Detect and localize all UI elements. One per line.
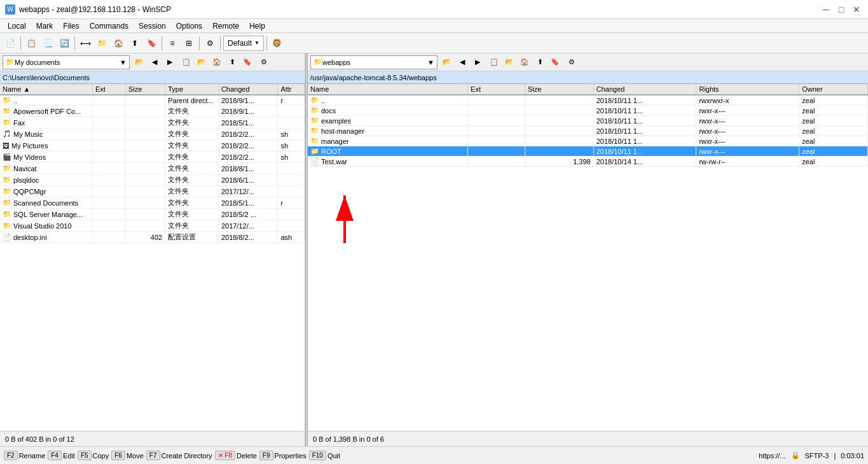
fn-f9-key: F9 — [259, 451, 273, 460]
left-tb2[interactable]: 📂 — [195, 55, 209, 69]
left-table-row[interactable]: 📁Visual Studio 2010 文件夹 2017/12/... — [0, 220, 305, 232]
fn-quit[interactable]: F10 Quit — [309, 451, 340, 460]
right-table-row[interactable]: 📁manager 2018/10/11 1... rwxr-x--- zeal — [308, 136, 868, 146]
menu-remote[interactable]: Remote — [207, 20, 244, 32]
toolbar-queue-btn[interactable]: ≡ — [165, 36, 180, 51]
maximize-button[interactable]: □ — [835, 3, 848, 16]
right-tb3[interactable]: 🏠 — [518, 55, 532, 69]
right-table-row[interactable]: 📁examples 2018/10/11 1... rwxr-x--- zeal — [308, 116, 868, 126]
left-table-row[interactable]: 📁SQL Server Manage... 文件夹 2018/5/2 ... — [0, 209, 305, 220]
left-table-row[interactable]: 📁Scanned Documents 文件夹 2018/5/1... r — [0, 197, 305, 209]
left-cell-name: 📁plsqldoc — [0, 174, 92, 186]
toolbar-refresh-btn[interactable]: 🔄 — [57, 36, 72, 51]
fn-edit[interactable]: F4 Edit — [48, 451, 75, 460]
right-table-row[interactable]: 📁host-manager 2018/10/11 1... rwxr-x--- … — [308, 126, 868, 136]
right-open-folder-btn[interactable]: 📂 — [440, 55, 454, 69]
toolbar-bookmark-btn[interactable]: 🔖 — [144, 36, 159, 51]
toolbar-paste-btn[interactable]: 📃 — [40, 36, 55, 51]
left-file-list[interactable]: Name ▲ Ext Size Type Changed Attr 📁.. Pa… — [0, 84, 305, 431]
left-table-row[interactable]: 🎬My Videos 文件夹 2018/2/2... sh — [0, 151, 305, 163]
fn-copy[interactable]: F5 Copy — [78, 451, 109, 460]
right-address-dropdown-arrow: ▼ — [427, 59, 434, 66]
left-cell-type: 文件夹 — [165, 151, 219, 163]
menu-files[interactable]: Files — [58, 20, 84, 32]
fn-create-dir[interactable]: F7 Create Directory — [146, 451, 212, 460]
toolbar-up-btn[interactable]: ⬆ — [127, 36, 142, 51]
right-tb1[interactable]: 📋 — [487, 55, 501, 69]
right-col-rights[interactable]: Rights — [696, 84, 799, 95]
left-table-row[interactable]: 📁.. Parent direct... 2018/9/1... r — [0, 95, 305, 106]
left-col-type[interactable]: Type — [165, 84, 219, 95]
close-button[interactable]: ✕ — [850, 3, 863, 16]
left-cell-name: 📁Visual Studio 2010 — [0, 220, 92, 232]
fn-rename[interactable]: F2 Rename — [4, 451, 45, 460]
left-col-attr[interactable]: Attr — [278, 84, 305, 95]
toolbar-compare-btn[interactable]: ⊞ — [181, 36, 196, 51]
menu-local[interactable]: Local — [3, 20, 31, 32]
toolbar-copy-btn[interactable]: 📋 — [24, 36, 39, 51]
toolbar-open-btn[interactable]: 📁 — [94, 36, 109, 51]
right-tb-extra[interactable]: ⚙ — [565, 55, 579, 69]
toolbar-separator-6 — [266, 36, 267, 50]
right-table-row[interactable]: 📁docs 2018/10/11 1... rwxr-x--- zeal — [308, 106, 868, 116]
right-cell-ext — [468, 95, 525, 106]
right-col-ext[interactable]: Ext — [468, 84, 525, 95]
left-table-row[interactable]: 📄desktop.ini 402 配置设置 2018/8/2... ash — [0, 232, 305, 243]
profile-dropdown[interactable]: Default ▼ — [223, 36, 264, 51]
right-col-size[interactable]: Size — [525, 84, 593, 95]
toolbar-new-button[interactable]: 📄 — [3, 36, 18, 51]
left-table-row[interactable]: 🎵My Music 文件夹 2018/2/2... sh — [0, 129, 305, 140]
right-tb2[interactable]: 📂 — [502, 55, 516, 69]
left-tb5[interactable]: 🔖 — [240, 55, 254, 69]
menu-session[interactable]: Session — [134, 20, 171, 32]
toolbar-settings-btn[interactable]: ⚙ — [202, 36, 217, 51]
menu-commands[interactable]: Commands — [85, 20, 134, 32]
left-back-btn[interactable]: ◀ — [148, 55, 162, 69]
left-table-row[interactable]: 📁Fax 文件夹 2018/5/1... — [0, 117, 305, 129]
left-forward-btn[interactable]: ▶ — [163, 55, 177, 69]
right-cell-name: 📁examples — [308, 116, 468, 126]
minimize-button[interactable]: ─ — [820, 3, 832, 16]
left-col-name[interactable]: Name ▲ — [0, 84, 92, 95]
right-file-list[interactable]: Name Ext Size Changed Rights Owner 📁.. 2… — [308, 84, 868, 431]
right-forward-btn[interactable]: ▶ — [471, 55, 485, 69]
right-back-btn[interactable]: ◀ — [455, 55, 469, 69]
menu-mark[interactable]: Mark — [31, 20, 59, 32]
menu-help[interactable]: Help — [244, 20, 270, 32]
left-tb4[interactable]: ⬆ — [225, 55, 239, 69]
left-tb-extra[interactable]: ⚙ — [257, 55, 271, 69]
right-table-row[interactable]: 📁ROOT 2018/10/11 1... rwxr-x--- zeal — [308, 146, 868, 157]
left-table-row[interactable]: 📁Apowersoft PDF Co... 文件夹 2018/9/1... — [0, 106, 305, 117]
fn-properties[interactable]: F9 Properties — [259, 451, 307, 460]
left-col-changed[interactable]: Changed — [218, 84, 278, 95]
left-cell-name: 📁Navicat — [0, 163, 92, 174]
left-address-dropdown[interactable]: 📁 My documents ▼ — [3, 55, 130, 69]
left-col-size[interactable]: Size — [125, 84, 165, 95]
left-cell-attr: r — [278, 197, 305, 209]
right-col-changed[interactable]: Changed — [593, 84, 696, 95]
right-table-row[interactable]: 📄Test.war 1,398 2018/10/14 1... rw-rw-r-… — [308, 157, 868, 167]
left-cell-changed: 2018/8/1... — [218, 163, 278, 174]
left-table-row[interactable]: 🖼My Pictures 文件夹 2018/2/2... sh — [0, 140, 305, 151]
left-tb1[interactable]: 📋 — [179, 55, 193, 69]
right-col-owner[interactable]: Owner — [799, 84, 868, 95]
left-table-row[interactable]: 📁plsqldoc 文件夹 2018/6/1... — [0, 174, 305, 186]
left-cell-changed: 2018/6/1... — [218, 174, 278, 186]
fn-delete[interactable]: ✕ F8 Delete — [215, 451, 257, 460]
left-tb3[interactable]: 🏠 — [210, 55, 224, 69]
menu-options[interactable]: Options — [171, 20, 207, 32]
right-table-row[interactable]: 📁.. 2018/10/11 1... rwxrwxr-x zeal — [308, 95, 868, 106]
right-tb5[interactable]: 🔖 — [548, 55, 562, 69]
left-table-row[interactable]: 📁Navicat 文件夹 2018/8/1... — [0, 163, 305, 174]
right-cell-changed: 2018/10/11 1... — [593, 126, 696, 136]
right-address-dropdown[interactable]: 📁 webapps ▼ — [310, 55, 437, 69]
right-tb4[interactable]: ⬆ — [533, 55, 547, 69]
right-col-name[interactable]: Name — [308, 84, 468, 95]
toolbar-extra-btn[interactable]: 🦁 — [270, 36, 285, 51]
toolbar-sync-btn[interactable]: ⟷ — [78, 36, 93, 51]
toolbar-home-btn[interactable]: 🏠 — [111, 36, 126, 51]
left-open-folder-btn[interactable]: 📂 — [132, 55, 146, 69]
fn-move[interactable]: F6 Move — [111, 451, 144, 460]
left-table-row[interactable]: 📁QQPCMgr 文件夹 2017/12/... — [0, 186, 305, 197]
left-col-ext[interactable]: Ext — [92, 84, 125, 95]
